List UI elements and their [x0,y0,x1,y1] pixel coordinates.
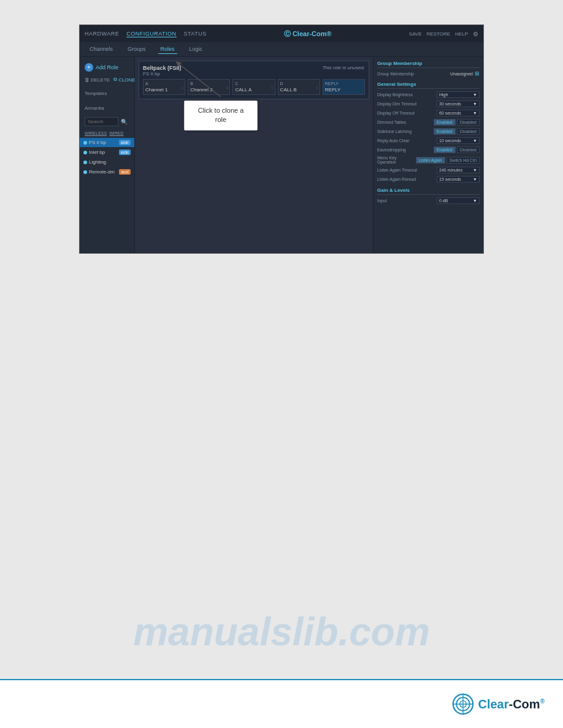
device-subname: FS II bp [143,71,182,77]
dim-timeout-dropdown[interactable]: 30 seconds ▼ [437,100,480,107]
setting-label: Display Brightness [377,93,437,97]
add-role-label: Add Role [96,64,118,70]
role-item-fsii[interactable]: FS II bp aide [80,138,134,147]
switch-hd-toggle[interactable]: Switch Hd Ctrl [446,157,480,164]
footer-logo-icon [452,693,474,715]
input-dropdown[interactable]: 0 dB ▼ [437,197,480,204]
filter-bar: WIRELESS WIRED [80,130,134,137]
main-content: + Add Role 🗑 DELETE ⧉ CLONE Templates [80,57,483,253]
search-input[interactable] [85,117,118,126]
role-name: Inlet bp [89,150,105,155]
reply-clear-dropdown[interactable]: 10 seconds ▼ [437,137,480,144]
tab-roles[interactable]: Roles [158,45,177,54]
clone-tooltip: Click to clone a role [184,100,258,131]
arrows-icon: ↕ [271,85,274,89]
tab-channels[interactable]: Channels [87,45,115,54]
channel-label-d: D [280,82,318,86]
setting-display-dim-timeout: Display Dim Timeout 30 seconds ▼ [377,100,480,107]
channel-label-a: A [145,82,183,86]
setting-label: Input [377,199,437,203]
device-info: Beltpack (FSII) FS II bp [143,65,182,77]
tab-logic[interactable]: Logic [187,45,205,54]
channel-label-reply: REPLY [325,82,362,86]
role-item-remote[interactable]: Remote-dm asst [80,167,134,176]
top-nav: HARDWARE CONFIGURATION STATUS Ⓒ Clear-Co… [80,25,483,42]
sub-nav: Channels Groups Roles Logic [80,42,483,57]
grid-icon: ⊞ [475,70,480,77]
setting-sidetone-latching: Sidetone Latching Enabled Disabled [377,128,480,135]
setting-eavesdropping: Eavesdropping Enabled Disabled [377,146,480,153]
setting-label: Display Off Timeout [377,111,437,115]
setting-menu-key-op: Menu Key Operation Listen Again Switch H… [377,156,480,164]
channel-value-reply: REPLY [325,87,362,93]
setting-label: Display Dim Timeout [377,102,437,106]
top-nav-right: SAVE RESTORE HELP ⚙ [409,31,478,37]
role-name: Lighting [89,159,106,165]
chevron-down-icon: ▼ [473,93,477,97]
general-settings-title: General Settings [377,82,480,89]
listen-timeout-dropdown[interactable]: 240 minutes ▼ [437,167,480,173]
role-badge: aide [119,150,131,155]
nav-configuration[interactable]: CONFIGURATION [126,31,176,37]
arrows-icon: ↕ [182,85,184,89]
channel-d[interactable]: D CALL B ↕ [278,79,320,95]
setting-label: Sidetone Latching [377,129,434,134]
role-name: FS II bp [89,140,106,145]
annantia-label[interactable]: Annantia [85,105,104,111]
nav-status[interactable]: STATUS [184,31,207,37]
save-button[interactable]: SAVE [409,31,422,37]
role-dot [83,141,87,145]
filter-wired[interactable]: WIRED [109,131,123,135]
role-item-lighting[interactable]: Lighting [80,157,134,167]
dimmed-tallies-toggle: Enabled Disabled [434,119,480,126]
plus-icon: + [85,63,93,72]
enabled-toggle[interactable]: Enabled [434,119,456,126]
membership-label: Group Membership [377,72,414,76]
action-bar: 🗑 DELETE ⧉ CLONE [80,75,134,84]
listen-reread-dropdown[interactable]: 15 seconds ▼ [437,176,480,183]
arrows-icon: ↕ [226,85,229,89]
off-timeout-dropdown[interactable]: 60 seconds ▼ [437,110,480,116]
search-icon: 🔍 [121,119,128,125]
channel-label-c: C [235,82,272,86]
setting-label: Listen Again Reread [377,177,437,181]
listen-again-toggle[interactable]: Listen Again [416,157,445,164]
role-dot [83,151,87,154]
filter-wireless[interactable]: WIRELESS [85,131,107,135]
enabled-toggle[interactable]: Enabled [434,128,456,135]
sidebar: + Add Role 🗑 DELETE ⧉ CLONE Templates [80,57,135,253]
footer-logo: Clear-Com® [452,693,545,715]
setting-listen-again-timeout: Listen Again Timeout 240 minutes ▼ [377,167,480,173]
menu-key-toggle: Listen Again Switch Hd Ctrl [416,157,480,164]
help-button[interactable]: HELP [455,31,468,37]
brightness-dropdown[interactable]: High ▼ [437,91,480,98]
clone-annotation: Click to clone a role [153,91,258,131]
setting-display-brightness: Display Brightness High ▼ [377,91,480,98]
membership-text: Unassigned [450,72,473,76]
chevron-down-icon: ▼ [473,111,477,115]
disabled-toggle[interactable]: Disabled [457,119,480,126]
restore-button[interactable]: RESTORE [427,31,451,37]
channel-reply[interactable]: REPLY REPLY [323,79,365,95]
tab-groups[interactable]: Groups [125,45,148,54]
membership-value[interactable]: Unassigned ⊞ [450,70,480,77]
sidetone-toggle: Enabled Disabled [434,128,480,135]
setting-label: Menu Key Operation [377,156,416,164]
clone-button[interactable]: ⧉ CLONE [113,77,136,83]
top-nav-left: HARDWARE CONFIGURATION STATUS [85,31,207,37]
disabled-toggle[interactable]: Disabled [457,128,480,135]
templates-label[interactable]: Templates [85,91,107,96]
setting-label: Dimmed Tallies [377,120,434,124]
delete-button[interactable]: 🗑 DELETE [85,77,110,83]
device-card-header: Beltpack (FSII) FS II bp This role is un… [143,65,365,77]
channel-label-b: B [190,82,228,86]
setting-listen-again-reread: Listen Again Reread 15 seconds ▼ [377,176,480,183]
role-item-left: Remote-dm [83,169,115,175]
add-role-button[interactable]: + Add Role [80,61,134,74]
nav-hardware[interactable]: HARDWARE [85,31,119,37]
settings-icon[interactable]: ⚙ [473,31,478,37]
disabled-toggle[interactable]: Disabled [457,146,480,153]
arrows-icon: ↕ [316,85,318,89]
role-item-inlet[interactable]: Inlet bp aide [80,148,134,157]
enabled-toggle[interactable]: Enabled [434,146,456,153]
